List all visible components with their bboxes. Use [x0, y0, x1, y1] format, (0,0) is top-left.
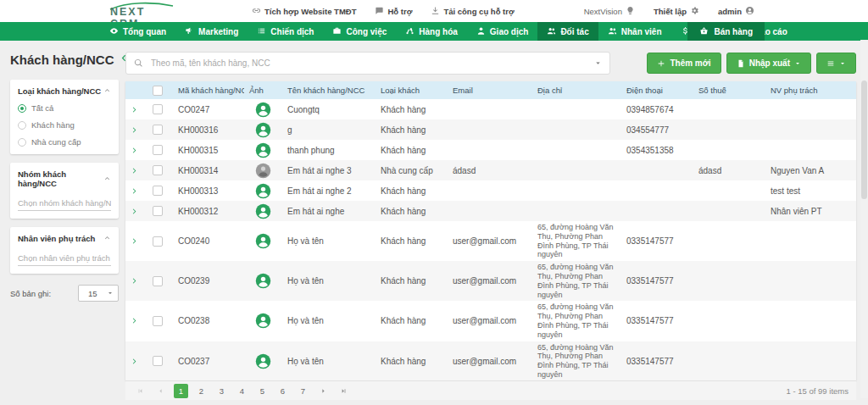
- radio-option-nha-cung-cap[interactable]: Nhà cung cấp: [18, 137, 111, 147]
- briefcase-icon: [332, 26, 342, 37]
- nav-item-ban-hang[interactable]: Bán hàng: [687, 22, 765, 41]
- row-checkbox[interactable]: [153, 145, 163, 155]
- chevron-up-icon[interactable]: [103, 175, 111, 184]
- row-checkbox[interactable]: [153, 316, 163, 326]
- caret-down-icon: [107, 289, 114, 298]
- expand-row-icon[interactable]: [131, 277, 142, 285]
- table-row[interactable]: KH000316gKhách hàng034554777: [125, 119, 856, 140]
- pagination-page-6[interactable]: 6: [275, 384, 290, 398]
- checkbox-cell: [147, 160, 173, 180]
- customer-table: Mã khách hàng/NCCẢnhTên khách hàng/NCCLo…: [125, 81, 856, 380]
- pager-first-icon: [136, 387, 144, 395]
- records-per-page-value: 15: [88, 289, 97, 298]
- radio-option-tat-ca[interactable]: Tất cả: [18, 103, 111, 113]
- staff-input[interactable]: [18, 250, 111, 266]
- nav-item-doi-tac[interactable]: Đối tác: [537, 22, 598, 41]
- pagination-page-5[interactable]: 5: [255, 384, 270, 398]
- expand-row-icon[interactable]: [131, 208, 142, 215]
- customer-group-input[interactable]: [18, 195, 111, 211]
- nav-item-chien-dich[interactable]: Chiến dịch: [248, 22, 323, 41]
- topbar-link-label: NextVision: [584, 7, 622, 16]
- nav-item-giao-dich[interactable]: Giao dịch: [467, 22, 538, 41]
- nav-item-hang-hoa[interactable]: Hàng hóa: [396, 22, 467, 41]
- expand-row-icon[interactable]: [131, 167, 142, 175]
- customer-name-cell: Em hát ai nghe: [282, 201, 376, 221]
- topbar-link-tich-hop-website-tmdt[interactable]: Tích hợp Website TMĐT: [252, 6, 356, 17]
- tax-cell: [693, 140, 765, 160]
- table-row[interactable]: CO0240Họ và tênKhách hànguser@gmail.com6…: [125, 221, 856, 261]
- expand-row-icon[interactable]: [131, 237, 142, 245]
- row-checkbox[interactable]: [153, 186, 163, 196]
- table-row[interactable]: CO0247CuongtqKhách hàng0394857674: [125, 99, 856, 119]
- row-checkbox[interactable]: [153, 356, 163, 366]
- pagination-last-button[interactable]: [337, 384, 351, 398]
- scooter-icon: [405, 26, 415, 37]
- chevron-up-icon[interactable]: [103, 234, 111, 243]
- nav-item-cong-viec[interactable]: Công việc: [323, 22, 396, 41]
- radio-icon[interactable]: [18, 138, 26, 147]
- avatar-icon: [255, 206, 271, 215]
- nav-item-nhan-vien[interactable]: Nhân viên: [598, 22, 671, 41]
- chevron-up-icon[interactable]: [103, 86, 111, 96]
- search-input[interactable]: [149, 58, 588, 69]
- table-row[interactable]: KH000314Em hát ai nghe 3Nhà cung cấpádas…: [125, 160, 856, 180]
- expand-row-icon[interactable]: [131, 358, 142, 365]
- radio-icon[interactable]: [18, 121, 26, 130]
- topbar-link-nextvision[interactable]: NextVision: [584, 6, 635, 17]
- expand-row-icon[interactable]: [131, 106, 142, 114]
- row-checkbox[interactable]: [153, 206, 163, 216]
- row-checkbox[interactable]: [153, 165, 163, 175]
- customer-code-cell: CO0238: [173, 301, 244, 341]
- pagination-page-3[interactable]: 3: [214, 384, 229, 398]
- table-row[interactable]: CO0238Họ và tênKhách hànguser@gmail.com6…: [125, 301, 856, 341]
- topbar-link-thiet-lap[interactable]: Thiết lập: [654, 6, 699, 17]
- caret-down-icon: [839, 60, 846, 67]
- scrollbar-thumb[interactable]: [861, 80, 867, 199]
- nav-item-tong-quan[interactable]: Tổng quan: [100, 22, 175, 41]
- pagination-page-1[interactable]: 1: [174, 384, 188, 398]
- table-row[interactable]: KH000312Em hát ai ngheKhách hàngNhân viê…: [125, 201, 856, 221]
- expand-row-icon[interactable]: [131, 317, 142, 325]
- topbar-link-admin[interactable]: admin: [718, 6, 754, 17]
- expand-row-icon[interactable]: [131, 126, 142, 134]
- add-new-button[interactable]: Thêm mới: [647, 53, 721, 74]
- radio-option-khach-hang[interactable]: Khách hàng: [18, 120, 111, 130]
- list-options-button[interactable]: [816, 53, 856, 74]
- pagination-first-button[interactable]: [133, 384, 147, 398]
- records-per-page-select[interactable]: 15: [78, 285, 119, 302]
- pagination-prev-button[interactable]: [153, 384, 168, 398]
- column-header-email: Email: [448, 81, 532, 99]
- select-all-checkbox[interactable]: [153, 86, 163, 96]
- table-row[interactable]: CO0237Họ và tênKhách hànguser@gmail.com6…: [125, 341, 856, 380]
- scrollbar[interactable]: [860, 40, 868, 398]
- row-checkbox[interactable]: [153, 104, 163, 114]
- topbar-link-ho-tro[interactable]: Hỗ trợ: [375, 6, 412, 17]
- nav-item-marketing[interactable]: Marketing: [175, 22, 248, 41]
- plus-icon: [657, 59, 665, 68]
- pagination-page-2[interactable]: 2: [194, 384, 209, 398]
- table-row[interactable]: KH000313Em hát ai nghe 2Khách hàngtest t…: [125, 180, 856, 201]
- tax-cell: [693, 99, 765, 119]
- table-row[interactable]: CO0239Họ và tênKhách hànguser@gmail.com6…: [125, 261, 856, 301]
- photo-cell: [244, 341, 282, 380]
- pagination-next-button[interactable]: [316, 384, 331, 398]
- staff-cell: [765, 261, 856, 301]
- row-checkbox[interactable]: [153, 276, 163, 286]
- nextcrm-logo[interactable]: NEXT CRM: [108, 3, 175, 19]
- customer-type-cell: Khách hàng: [376, 99, 448, 119]
- import-export-button[interactable]: Nhập xuất: [726, 53, 811, 74]
- search-options-caret-icon[interactable]: [594, 59, 602, 67]
- topbar-link-tai-cong-cu-ho-tro[interactable]: Tải công cụ hỗ trợ: [431, 6, 514, 17]
- checkbox-cell: [147, 99, 173, 119]
- row-checkbox[interactable]: [153, 125, 163, 135]
- pagination-page-4[interactable]: 4: [235, 384, 249, 398]
- row-checkbox[interactable]: [153, 236, 163, 247]
- pagination-page-7[interactable]: 7: [296, 384, 310, 398]
- expand-row-icon[interactable]: [131, 187, 142, 195]
- users-icon: [547, 26, 556, 37]
- tax-cell: [693, 201, 765, 221]
- expand-row-icon[interactable]: [131, 147, 142, 154]
- table-row[interactable]: KH000315thanh phungKhách hàng0354351358: [125, 140, 856, 160]
- radio-icon[interactable]: [18, 104, 26, 113]
- expand-cell: [125, 99, 147, 119]
